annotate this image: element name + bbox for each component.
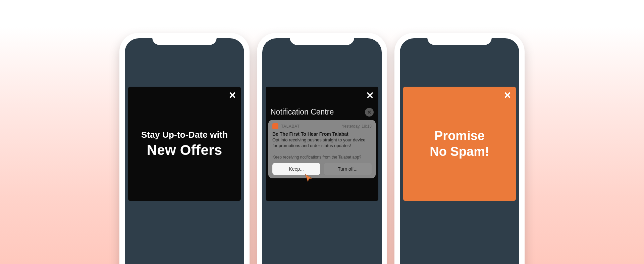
notification-buttons: Keep... Turn off... xyxy=(272,163,372,175)
promo-card-text: Promise No Spam! xyxy=(403,129,516,159)
close-icon[interactable] xyxy=(366,91,374,99)
promo-card-1: Stay Up-to-Date with New Offers xyxy=(128,87,241,201)
phone-notch xyxy=(152,33,217,45)
phone-screen: Stay Up-to-Date with New Offers xyxy=(125,38,244,264)
app-name: TALABAT xyxy=(281,124,339,129)
nc-app-row: TALABAT Yesterday, 18:13 xyxy=(272,123,372,129)
notification-timestamp: Yesterday, 18:13 xyxy=(342,124,372,129)
promo-line-1: Promise xyxy=(409,129,510,143)
stage: Stay Up-to-Date with New Offers Notifica… xyxy=(0,0,644,264)
notification-card[interactable]: TALABAT Yesterday, 18:13 Be The First To… xyxy=(268,120,376,178)
promo-line-2: No Spam! xyxy=(409,144,510,159)
phone-mockup-3: Promise No Spam! xyxy=(394,33,525,264)
nc-header: Notification Centre xyxy=(268,106,376,120)
promo-card-text: Stay Up-to-Date with New Offers xyxy=(128,130,241,158)
keep-button[interactable]: Keep... xyxy=(272,163,320,175)
phone-notch xyxy=(290,33,354,45)
app-icon xyxy=(272,123,278,129)
phone-screen: Promise No Spam! xyxy=(400,38,519,264)
close-icon[interactable] xyxy=(229,91,236,99)
promo-card-3: Promise No Spam! xyxy=(403,87,516,201)
notification-question: Keep receiving notifications from the Ta… xyxy=(272,152,372,160)
notification-centre: Notification Centre TALABAT Yesterday, 1… xyxy=(268,106,376,197)
promo-line-2: New Offers xyxy=(134,142,235,158)
turn-off-button[interactable]: Turn off... xyxy=(324,163,372,175)
nc-title: Notification Centre xyxy=(270,107,334,117)
notification-headline: Be The First To Hear From Talabat xyxy=(272,131,372,137)
phone-mockup-1: Stay Up-to-Date with New Offers xyxy=(119,33,250,264)
nc-close-icon[interactable] xyxy=(365,108,374,117)
phone-notch xyxy=(427,33,492,45)
phone-mockup-2: Notification Centre TALABAT Yesterday, 1… xyxy=(257,33,387,264)
promo-card-2: Notification Centre TALABAT Yesterday, 1… xyxy=(266,87,378,201)
promo-line-1: Stay Up-to-Date with xyxy=(134,130,235,140)
close-icon[interactable] xyxy=(504,91,511,99)
notification-body: Opt into receiving pushes straight to yo… xyxy=(272,137,372,148)
phone-screen: Notification Centre TALABAT Yesterday, 1… xyxy=(262,38,382,264)
